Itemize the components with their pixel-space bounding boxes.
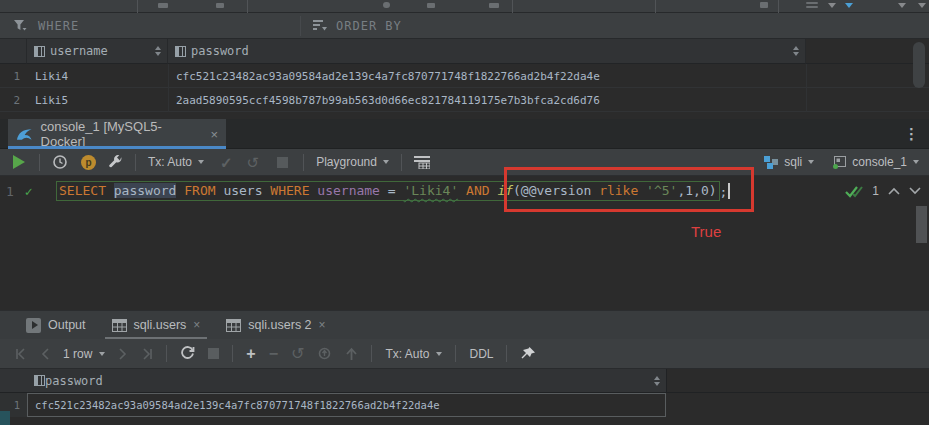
- refresh-icon[interactable]: [180, 346, 195, 361]
- prev-problem-icon[interactable]: [888, 187, 900, 195]
- close-icon[interactable]: ×: [319, 318, 326, 332]
- editor-line-1[interactable]: 1 ✓ SELECT password FROM users WHERE use…: [0, 179, 929, 203]
- sort-toggle-icon[interactable]: [793, 46, 799, 56]
- stop-icon[interactable]: [277, 157, 288, 168]
- order-by-icon[interactable]: [313, 20, 327, 32]
- main-toolbar-strip: [0, 0, 929, 13]
- tab-output[interactable]: Output: [26, 311, 86, 340]
- delete-row-button[interactable]: −: [269, 346, 278, 362]
- submit-icon[interactable]: [317, 346, 332, 361]
- cell-password[interactable]: cfc521c23482ac93a09584ad2e139c4a7fc87077…: [27, 393, 666, 417]
- chevron-down-icon[interactable]: [845, 3, 853, 8]
- commit-check-icon[interactable]: ✓: [220, 155, 233, 170]
- sql-token: ;: [720, 184, 728, 199]
- divider: [455, 345, 456, 362]
- problem-count: 1: [872, 184, 879, 198]
- mysql-dolphin-icon: [16, 127, 34, 141]
- inspection-widget: 1: [845, 184, 921, 198]
- close-icon[interactable]: ×: [210, 128, 218, 141]
- playground-selector[interactable]: Playground: [316, 155, 377, 169]
- divider: [371, 345, 372, 362]
- toolbar-icon[interactable]: [806, 2, 818, 4]
- in-editor-results-icon[interactable]: [414, 156, 430, 169]
- table-icon: [226, 319, 241, 332]
- toolbar-icon[interactable]: [489, 3, 499, 8]
- column-header-label: password: [45, 374, 103, 388]
- kebab-menu-icon[interactable]: ⋮: [904, 125, 919, 143]
- cell-username[interactable]: Liki5: [27, 88, 168, 112]
- toolbar-icon[interactable]: [216, 3, 224, 8]
- sql-token: FROM: [184, 183, 215, 198]
- grid-scrollbar-thumb[interactable]: [913, 42, 925, 88]
- grid-filter-bar: WHERE ORDER BY: [0, 13, 929, 39]
- next-problem-icon[interactable]: [909, 187, 921, 195]
- tx-mode-selector[interactable]: Tx: Auto: [148, 155, 192, 169]
- first-page-icon[interactable]: [15, 348, 27, 360]
- cell-password[interactable]: cfc521c23482ac93a09584ad2e139c4a7fc87077…: [168, 64, 806, 88]
- column-header-username[interactable]: username: [27, 39, 168, 64]
- chevron-down-icon[interactable]: [383, 160, 389, 164]
- wrench-settings-icon[interactable]: [108, 155, 123, 170]
- chevron-down-icon[interactable]: [918, 3, 926, 8]
- row-number-header: [0, 39, 27, 64]
- execute-button[interactable]: [13, 155, 25, 169]
- chevron-down-icon[interactable]: [99, 352, 105, 356]
- sort-toggle-icon[interactable]: [155, 46, 161, 56]
- order-by-label[interactable]: ORDER BY: [336, 19, 402, 33]
- column-header-password[interactable]: password: [168, 39, 806, 64]
- results-tab-bar: Output sqli.users × sqli.users 2 ×: [0, 310, 929, 339]
- filter-funnel-icon[interactable]: [13, 19, 27, 32]
- chevron-down-icon[interactable]: [898, 3, 906, 8]
- row-number: 2: [0, 88, 27, 112]
- sql-token: if: [497, 183, 513, 198]
- annotation-true-label: True: [691, 223, 721, 240]
- tab-label: console_1 [MySQL5-Docker]: [41, 119, 203, 149]
- upload-icon[interactable]: [345, 347, 358, 361]
- next-page-icon[interactable]: [118, 348, 128, 360]
- sql-token: users: [216, 183, 271, 198]
- parameters-badge-icon[interactable]: p: [81, 155, 96, 170]
- prev-page-icon[interactable]: [40, 348, 50, 360]
- toolbar-icon[interactable]: [427, 3, 435, 8]
- where-filter-label[interactable]: WHERE: [38, 19, 79, 33]
- divider: [300, 16, 301, 36]
- chevron-down-icon[interactable]: [828, 3, 836, 8]
- tab-sqli-users-2[interactable]: sqli.users 2 ×: [226, 311, 325, 340]
- rollback-icon[interactable]: ↺: [247, 155, 260, 170]
- tab-console[interactable]: console_1 [MySQL5-Docker] ×: [8, 119, 226, 149]
- line-number: 1: [6, 184, 14, 199]
- tab-sqli-users[interactable]: sqli.users ×: [112, 311, 201, 340]
- stop-icon[interactable]: [208, 348, 219, 359]
- divider: [401, 154, 402, 171]
- close-icon[interactable]: ×: [193, 318, 200, 332]
- schema-selector[interactable]: sqli: [784, 155, 802, 169]
- tx-mode-selector[interactable]: Tx: Auto: [385, 347, 429, 361]
- cell-password[interactable]: 2aad5890595ccf4598b787b99ab563d0d66ec821…: [168, 88, 806, 112]
- add-row-button[interactable]: +: [246, 346, 255, 362]
- page-size-selector[interactable]: 1 row: [63, 347, 92, 361]
- column-icon: [34, 46, 45, 57]
- cell-username[interactable]: Liki4: [27, 64, 168, 88]
- row-number: 1: [0, 64, 27, 88]
- console-toolbar: p Tx: Auto ✓ ↺ Playground sqli: [0, 149, 929, 176]
- chevron-down-icon[interactable]: [913, 160, 919, 164]
- pin-icon[interactable]: [520, 346, 536, 362]
- sql-token: =: [380, 183, 403, 198]
- sort-toggle-icon[interactable]: [654, 376, 660, 386]
- toolbar-icon[interactable]: [383, 2, 390, 8]
- toolbar-icon[interactable]: [760, 2, 768, 8]
- session-selector[interactable]: console_1: [852, 155, 907, 169]
- chevron-down-icon[interactable]: [808, 160, 814, 164]
- ddl-button[interactable]: DDL: [469, 347, 493, 361]
- chevron-down-icon[interactable]: [436, 352, 442, 356]
- stripe-button-fragment[interactable]: [0, 411, 10, 425]
- inspection-ok-icon[interactable]: [845, 185, 863, 198]
- column-header-password[interactable]: password: [27, 369, 667, 393]
- history-clock-icon[interactable]: [52, 154, 68, 170]
- chevron-down-icon[interactable]: [198, 160, 204, 164]
- editor-scrollbar-thumb[interactable]: [916, 206, 927, 243]
- toolbar-icon[interactable]: [158, 3, 168, 8]
- divider: [655, 0, 656, 13]
- last-page-icon[interactable]: [141, 348, 153, 360]
- revert-icon[interactable]: ↺: [291, 346, 304, 362]
